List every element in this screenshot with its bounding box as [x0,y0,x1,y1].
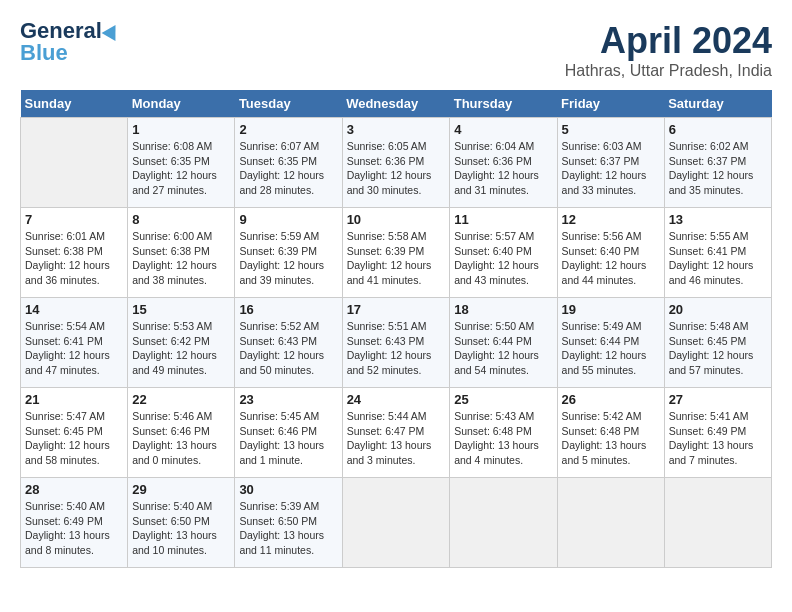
calendar-header: SundayMondayTuesdayWednesdayThursdayFrid… [21,90,772,118]
day-cell [21,118,128,208]
day-info: Sunrise: 5:49 AMSunset: 6:44 PMDaylight:… [562,319,660,378]
day-number: 19 [562,302,660,317]
day-cell: 22Sunrise: 5:46 AMSunset: 6:46 PMDayligh… [128,388,235,478]
week-row-3: 14Sunrise: 5:54 AMSunset: 6:41 PMDayligh… [21,298,772,388]
day-cell: 9Sunrise: 5:59 AMSunset: 6:39 PMDaylight… [235,208,342,298]
day-cell: 28Sunrise: 5:40 AMSunset: 6:49 PMDayligh… [21,478,128,568]
day-cell: 15Sunrise: 5:53 AMSunset: 6:42 PMDayligh… [128,298,235,388]
day-number: 24 [347,392,446,407]
day-info: Sunrise: 6:01 AMSunset: 6:38 PMDaylight:… [25,229,123,288]
page-header: General Blue April 2024 Hathras, Uttar P… [20,20,772,80]
day-info: Sunrise: 5:46 AMSunset: 6:46 PMDaylight:… [132,409,230,468]
header-cell-friday: Friday [557,90,664,118]
day-number: 28 [25,482,123,497]
week-row-4: 21Sunrise: 5:47 AMSunset: 6:45 PMDayligh… [21,388,772,478]
day-number: 3 [347,122,446,137]
day-info: Sunrise: 5:48 AMSunset: 6:45 PMDaylight:… [669,319,767,378]
day-cell: 6Sunrise: 6:02 AMSunset: 6:37 PMDaylight… [664,118,771,208]
header-row: SundayMondayTuesdayWednesdayThursdayFrid… [21,90,772,118]
day-info: Sunrise: 5:39 AMSunset: 6:50 PMDaylight:… [239,499,337,558]
day-info: Sunrise: 5:45 AMSunset: 6:46 PMDaylight:… [239,409,337,468]
day-number: 26 [562,392,660,407]
logo-general: General [20,20,102,42]
day-info: Sunrise: 5:58 AMSunset: 6:39 PMDaylight:… [347,229,446,288]
day-number: 20 [669,302,767,317]
day-number: 14 [25,302,123,317]
day-cell [450,478,557,568]
week-row-5: 28Sunrise: 5:40 AMSunset: 6:49 PMDayligh… [21,478,772,568]
logo: General Blue [20,20,120,64]
day-number: 4 [454,122,552,137]
day-cell: 27Sunrise: 5:41 AMSunset: 6:49 PMDayligh… [664,388,771,478]
day-number: 23 [239,392,337,407]
day-number: 21 [25,392,123,407]
day-info: Sunrise: 5:52 AMSunset: 6:43 PMDaylight:… [239,319,337,378]
day-number: 18 [454,302,552,317]
day-info: Sunrise: 6:04 AMSunset: 6:36 PMDaylight:… [454,139,552,198]
day-cell: 21Sunrise: 5:47 AMSunset: 6:45 PMDayligh… [21,388,128,478]
day-cell: 20Sunrise: 5:48 AMSunset: 6:45 PMDayligh… [664,298,771,388]
day-info: Sunrise: 5:41 AMSunset: 6:49 PMDaylight:… [669,409,767,468]
header-cell-sunday: Sunday [21,90,128,118]
day-number: 11 [454,212,552,227]
day-cell: 14Sunrise: 5:54 AMSunset: 6:41 PMDayligh… [21,298,128,388]
day-cell: 24Sunrise: 5:44 AMSunset: 6:47 PMDayligh… [342,388,450,478]
day-cell: 1Sunrise: 6:08 AMSunset: 6:35 PMDaylight… [128,118,235,208]
day-info: Sunrise: 6:00 AMSunset: 6:38 PMDaylight:… [132,229,230,288]
day-cell: 4Sunrise: 6:04 AMSunset: 6:36 PMDaylight… [450,118,557,208]
day-cell: 29Sunrise: 5:40 AMSunset: 6:50 PMDayligh… [128,478,235,568]
day-info: Sunrise: 5:43 AMSunset: 6:48 PMDaylight:… [454,409,552,468]
header-cell-saturday: Saturday [664,90,771,118]
day-number: 1 [132,122,230,137]
day-cell: 5Sunrise: 6:03 AMSunset: 6:37 PMDaylight… [557,118,664,208]
day-number: 25 [454,392,552,407]
day-cell: 8Sunrise: 6:00 AMSunset: 6:38 PMDaylight… [128,208,235,298]
day-cell: 16Sunrise: 5:52 AMSunset: 6:43 PMDayligh… [235,298,342,388]
day-number: 15 [132,302,230,317]
day-number: 8 [132,212,230,227]
day-info: Sunrise: 6:02 AMSunset: 6:37 PMDaylight:… [669,139,767,198]
day-cell: 10Sunrise: 5:58 AMSunset: 6:39 PMDayligh… [342,208,450,298]
day-info: Sunrise: 5:40 AMSunset: 6:49 PMDaylight:… [25,499,123,558]
day-cell: 7Sunrise: 6:01 AMSunset: 6:38 PMDaylight… [21,208,128,298]
month-title: April 2024 [565,20,772,62]
title-section: April 2024 Hathras, Uttar Pradesh, India [565,20,772,80]
logo-triangle-icon [102,21,123,41]
day-number: 9 [239,212,337,227]
logo-blue: Blue [20,42,68,64]
header-cell-thursday: Thursday [450,90,557,118]
location-title: Hathras, Uttar Pradesh, India [565,62,772,80]
day-number: 5 [562,122,660,137]
day-number: 10 [347,212,446,227]
day-info: Sunrise: 5:40 AMSunset: 6:50 PMDaylight:… [132,499,230,558]
day-cell: 25Sunrise: 5:43 AMSunset: 6:48 PMDayligh… [450,388,557,478]
calendar-body: 1Sunrise: 6:08 AMSunset: 6:35 PMDaylight… [21,118,772,568]
day-info: Sunrise: 5:56 AMSunset: 6:40 PMDaylight:… [562,229,660,288]
day-number: 30 [239,482,337,497]
day-info: Sunrise: 5:57 AMSunset: 6:40 PMDaylight:… [454,229,552,288]
day-info: Sunrise: 6:03 AMSunset: 6:37 PMDaylight:… [562,139,660,198]
day-info: Sunrise: 5:53 AMSunset: 6:42 PMDaylight:… [132,319,230,378]
day-cell: 18Sunrise: 5:50 AMSunset: 6:44 PMDayligh… [450,298,557,388]
day-cell: 19Sunrise: 5:49 AMSunset: 6:44 PMDayligh… [557,298,664,388]
day-info: Sunrise: 6:07 AMSunset: 6:35 PMDaylight:… [239,139,337,198]
header-cell-tuesday: Tuesday [235,90,342,118]
day-number: 22 [132,392,230,407]
day-cell: 23Sunrise: 5:45 AMSunset: 6:46 PMDayligh… [235,388,342,478]
day-info: Sunrise: 5:59 AMSunset: 6:39 PMDaylight:… [239,229,337,288]
week-row-2: 7Sunrise: 6:01 AMSunset: 6:38 PMDaylight… [21,208,772,298]
day-cell [342,478,450,568]
calendar-table: SundayMondayTuesdayWednesdayThursdayFrid… [20,90,772,568]
day-number: 27 [669,392,767,407]
day-cell: 30Sunrise: 5:39 AMSunset: 6:50 PMDayligh… [235,478,342,568]
day-info: Sunrise: 6:05 AMSunset: 6:36 PMDaylight:… [347,139,446,198]
day-info: Sunrise: 6:08 AMSunset: 6:35 PMDaylight:… [132,139,230,198]
day-number: 12 [562,212,660,227]
day-number: 16 [239,302,337,317]
week-row-1: 1Sunrise: 6:08 AMSunset: 6:35 PMDaylight… [21,118,772,208]
day-info: Sunrise: 5:55 AMSunset: 6:41 PMDaylight:… [669,229,767,288]
day-number: 17 [347,302,446,317]
day-cell: 13Sunrise: 5:55 AMSunset: 6:41 PMDayligh… [664,208,771,298]
day-cell [557,478,664,568]
day-cell: 12Sunrise: 5:56 AMSunset: 6:40 PMDayligh… [557,208,664,298]
